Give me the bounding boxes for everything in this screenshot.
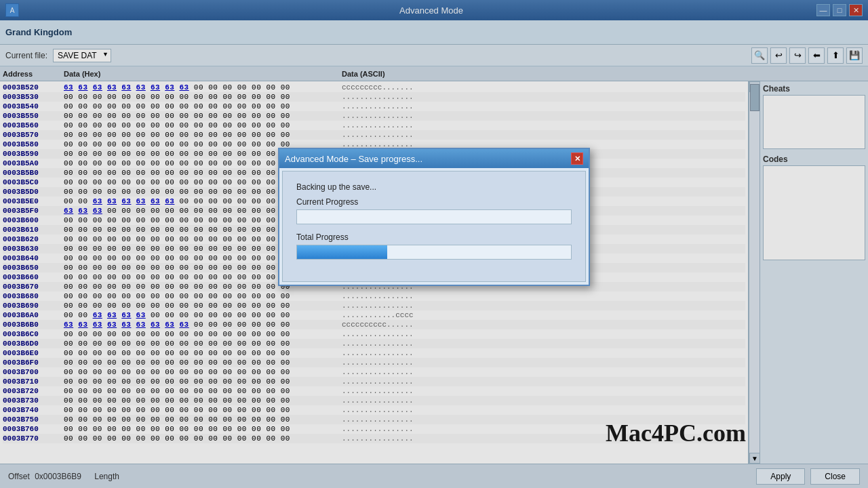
save-progress-modal: Advanced Mode – Save progress... ✕ Backi… bbox=[278, 148, 590, 286]
modal-title: Advanced Mode – Save progress... bbox=[285, 154, 422, 164]
total-progress-section: Total Progress bbox=[296, 232, 572, 260]
total-progress-bar-fill bbox=[297, 245, 387, 259]
modal-body: Backing up the save... Current Progress … bbox=[282, 171, 586, 282]
current-progress-bar-bg bbox=[296, 209, 572, 224]
modal-title-bar: Advanced Mode – Save progress... ✕ bbox=[279, 149, 589, 168]
modal-status-text: Backing up the save... bbox=[296, 182, 572, 192]
modal-close-button[interactable]: ✕ bbox=[571, 152, 583, 165]
total-progress-bar-bg bbox=[296, 245, 572, 260]
total-progress-label: Total Progress bbox=[296, 232, 572, 242]
modal-overlay: Advanced Mode – Save progress... ✕ Backi… bbox=[0, 0, 868, 488]
current-progress-label: Current Progress bbox=[296, 197, 572, 207]
current-progress-section: Current Progress bbox=[296, 197, 572, 224]
